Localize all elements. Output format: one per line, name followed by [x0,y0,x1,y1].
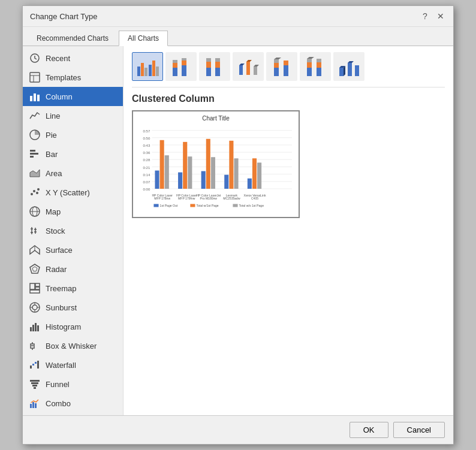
chart-icon-3d-clustered-column[interactable] [233,52,264,81]
help-button[interactable]: ? [420,11,430,22]
sidebar-label-histogram: Histogram [46,322,81,331]
sidebar-item-templates[interactable]: Templates [23,68,123,87]
treemap-icon [29,282,41,294]
svg-rect-95 [339,68,344,76]
svg-marker-81 [254,65,259,67]
sidebar-item-treemap[interactable]: Treemap [23,279,123,298]
sidebar-label-combo: Combo [46,399,71,408]
svg-point-13 [33,190,35,192]
chart-preview-svg: 0:57 0:50 0:43 0:36 0:28 0:21 0:14 0:07 … [137,124,295,211]
svg-rect-78 [246,62,250,75]
svg-rect-80 [254,67,257,75]
svg-rect-29 [30,283,35,289]
ok-button[interactable]: OK [350,422,388,438]
chart-icon-100pct-column[interactable] [199,52,230,81]
close-button[interactable]: ✕ [435,11,446,22]
boxwhisker-icon [29,340,41,352]
content-area: Recent Templates Column [23,46,453,415]
sidebar-label-bar: Bar [46,150,58,159]
sidebar-item-area[interactable]: Area [23,164,123,183]
sidebar-label-scatter: X Y (Scatter) [46,188,90,197]
svg-rect-93 [317,62,321,68]
sidebar-item-combo[interactable]: Combo [23,394,123,413]
scatter-icon [29,186,41,198]
sidebar-item-scatter[interactable]: X Y (Scatter) [23,183,123,202]
svg-rect-88 [307,68,312,76]
svg-rect-74 [215,62,220,68]
chart-icon-clustered-column[interactable] [132,52,163,81]
sidebar-item-recent[interactable]: Recent [23,49,123,68]
cancel-button[interactable]: Cancel [393,422,445,438]
sidebar-item-map[interactable]: Map [23,202,123,221]
svg-text:MFP 179fnw: MFP 179fnw [178,197,195,200]
recent-icon [29,52,41,64]
sidebar-label-funnel: Funnel [46,380,70,389]
sidebar-item-funnel[interactable]: Funnel [23,375,123,394]
sidebar-item-histogram[interactable]: Histogram [23,317,123,336]
svg-marker-85 [274,58,281,59]
svg-rect-39 [30,327,32,331]
svg-text:1st Page Out: 1st Page Out [160,204,178,208]
templates-icon [29,71,41,83]
sidebar-label-map: Map [46,207,61,216]
svg-rect-64 [173,68,177,76]
svg-rect-61 [149,65,152,76]
sidebar-item-surface[interactable]: Surface [23,240,123,259]
sidebar-label-surface: Surface [46,246,73,255]
chart-icon-3d-100pct-column[interactable] [300,52,331,81]
svg-text:0:07: 0:07 [143,180,150,184]
svg-marker-91 [307,57,314,59]
svg-rect-120 [160,140,164,189]
svg-rect-83 [274,63,279,68]
svg-rect-52 [31,382,38,384]
sidebar-item-boxwhisker[interactable]: Box & Whisker [23,336,123,355]
svg-rect-32 [30,290,40,293]
sidebar-item-column[interactable]: Column [23,87,123,106]
svg-rect-132 [252,158,257,189]
sidebar-label-treemap: Treemap [46,284,77,293]
svg-rect-1 [30,73,40,82]
svg-rect-40 [32,325,34,331]
svg-rect-133 [257,162,261,189]
sidebar-label-templates: Templates [46,73,81,82]
chart-type-icons [132,52,445,87]
sidebar-item-line[interactable]: Line [23,106,123,125]
svg-rect-125 [201,171,206,189]
sidebar-label-sunburst: Sunburst [46,303,77,312]
svg-rect-123 [183,142,187,189]
svg-text:0:50: 0:50 [143,136,150,140]
line-icon [29,110,41,122]
chart-icon-3d-column[interactable] [333,52,364,81]
sidebar-item-radar[interactable]: Radar [23,259,123,279]
svg-rect-41 [35,323,37,331]
chart-icon-stacked-column[interactable] [165,52,197,81]
svg-point-15 [37,188,40,191]
sidebar-item-waterfall[interactable]: Waterfall [23,355,123,375]
svg-rect-49 [35,362,37,364]
svg-rect-124 [188,156,192,189]
chart-icon-3d-stacked-column[interactable] [266,52,297,81]
tab-all-charts[interactable]: All Charts [119,31,168,46]
histogram-icon [29,321,41,333]
change-chart-type-dialog: Change Chart Type ? ✕ Recommended Charts… [22,5,454,445]
svg-text:0:21: 0:21 [143,165,150,170]
stock-icon [29,225,41,237]
svg-point-14 [36,192,38,194]
sidebar: Recent Templates Column [23,46,123,415]
tab-recommended[interactable]: Recommended Charts [28,31,118,46]
svg-text:0:00: 0:00 [143,187,150,191]
tabs-row: Recommended Charts All Charts [23,27,453,46]
sidebar-item-stock[interactable]: Stock [23,221,123,240]
svg-text:MC2535adw: MC2535adw [223,197,240,200]
svg-point-12 [31,193,33,195]
dialog-footer: OK Cancel [23,415,453,444]
sidebar-item-pie[interactable]: Pie [23,125,123,144]
sidebar-label-waterfall: Waterfall [46,361,76,370]
sidebar-label-boxwhisker: Box & Whisker [46,342,97,351]
svg-rect-75 [215,58,220,62]
sidebar-item-bar[interactable]: Bar [23,144,123,164]
svg-rect-144 [153,204,158,207]
svg-rect-121 [165,155,169,189]
sidebar-item-sunburst[interactable]: Sunburst [23,298,123,317]
svg-rect-53 [32,385,37,386]
